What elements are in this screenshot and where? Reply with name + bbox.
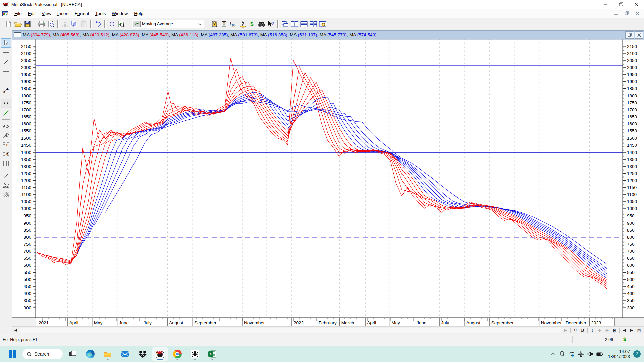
- indicator-combo[interactable]: Moving Average: [132, 20, 204, 28]
- zoom-chart-button[interactable]: [117, 20, 126, 28]
- menu-window[interactable]: Window: [109, 10, 131, 17]
- paste-button: [79, 20, 89, 28]
- svg-text:1950: 1950: [627, 72, 637, 77]
- child-close-button[interactable]: [633, 10, 642, 17]
- task-view-button[interactable]: [65, 347, 80, 361]
- toolbar-separator: [90, 20, 92, 28]
- legend-close-button[interactable]: [635, 31, 643, 39]
- window-options-button[interactable]: [318, 20, 327, 28]
- svg-text:900: 900: [23, 221, 31, 226]
- print-button[interactable]: [37, 20, 46, 28]
- start-button[interactable]: [5, 347, 20, 361]
- svg-text:1550: 1550: [627, 128, 637, 133]
- indicator-legend-bar[interactable]: MA (394.779), MA (405.568), MA (420.512)…: [12, 30, 644, 39]
- dropbox-taskbar-button[interactable]: [135, 347, 150, 361]
- svg-text:500: 500: [627, 277, 635, 282]
- crosshair-button[interactable]: [107, 20, 117, 28]
- save-file-button[interactable]: [23, 20, 32, 28]
- ma-legend: MA (394.779), MA (405.568), MA (420.512)…: [23, 32, 376, 37]
- svg-text:December: December: [566, 320, 587, 325]
- battery-icon[interactable]: [595, 350, 604, 358]
- edge-taskbar-button[interactable]: [83, 347, 98, 361]
- main-toolbar: Moving Averagef(x)$?: [0, 18, 644, 30]
- page-right-button[interactable]: ▶: [628, 327, 635, 334]
- mail-taskbar-button[interactable]: [117, 347, 133, 361]
- menu-format[interactable]: Format: [72, 10, 92, 17]
- context-help-button[interactable]: ?: [266, 20, 276, 28]
- restore-button[interactable]: [613, 0, 629, 9]
- system-tester-button[interactable]: [238, 20, 248, 28]
- menu-file[interactable]: File: [11, 10, 25, 17]
- menu-edit[interactable]: Edit: [25, 10, 39, 17]
- cascade-windows-button[interactable]: [280, 20, 290, 28]
- svg-text:1100: 1100: [21, 192, 31, 197]
- child-restore-button[interactable]: [622, 10, 631, 17]
- notification-badge[interactable]: 2: [633, 350, 641, 358]
- screen: MS MetaStock Professional - [NURECA] Fil…: [0, 0, 644, 362]
- spider-app-taskbar-button[interactable]: [187, 347, 203, 361]
- ma-label: MA: [260, 32, 268, 37]
- tile-horizontal-button[interactable]: [299, 20, 309, 28]
- taskbar-clock[interactable]: 14:07 18/01/2023: [608, 349, 630, 359]
- menu-help[interactable]: Help: [131, 10, 146, 17]
- svg-text:1400: 1400: [627, 150, 637, 155]
- child-minimize-button[interactable]: [611, 10, 621, 17]
- airplane-icon[interactable]: [577, 350, 585, 358]
- security-lock-button[interactable]: [210, 20, 219, 28]
- price-chart[interactable]: 3003003503504004004504505005005505506006…: [0, 39, 644, 326]
- menu-view[interactable]: View: [39, 10, 54, 17]
- scroll-left-button[interactable]: ◀: [12, 327, 19, 334]
- menu-insert[interactable]: Insert: [54, 10, 72, 17]
- new-file-button[interactable]: [4, 20, 13, 28]
- page-left-button[interactable]: ◀: [621, 327, 628, 334]
- zoom-chart-icon: [118, 20, 125, 28]
- expert-advisor-button[interactable]: [219, 20, 229, 28]
- save-file-icon: [24, 20, 31, 28]
- refresh-button[interactable]: ↻: [572, 327, 579, 334]
- svg-text:700: 700: [627, 249, 635, 254]
- zoom-in-button[interactable]: ⊕: [611, 327, 618, 334]
- mail-icon: [121, 350, 129, 358]
- undo-button[interactable]: [93, 20, 103, 28]
- legend-restore-button[interactable]: [625, 31, 634, 39]
- usb-icon[interactable]: [558, 350, 567, 358]
- ma-value: (405.568): [60, 32, 80, 37]
- chevron-down-icon[interactable]: [198, 21, 202, 27]
- scrollbar-track[interactable]: [20, 328, 561, 333]
- print-preview-button[interactable]: [46, 20, 56, 28]
- svg-text:$: $: [250, 21, 254, 27]
- close-button[interactable]: [629, 0, 644, 9]
- scrollbar-separator: [587, 328, 588, 333]
- volume-icon[interactable]: [586, 350, 595, 358]
- chevron-up-icon[interactable]: [548, 350, 557, 358]
- indicator-builder-button[interactable]: f(x): [229, 20, 238, 28]
- svg-text:650: 650: [23, 256, 31, 261]
- toolbar-separator: [277, 20, 279, 28]
- minimize-button[interactable]: [598, 0, 613, 9]
- svg-text:August: August: [169, 320, 183, 325]
- crosshair-icon: [108, 20, 116, 28]
- svg-text:July: July: [441, 320, 449, 325]
- data-window-button[interactable]: ▤: [635, 327, 643, 334]
- window-title: MetaStock Professional - [NURECA]: [11, 2, 82, 7]
- chrome-taskbar-button[interactable]: [170, 347, 185, 361]
- explorer-binoculars-button[interactable]: [257, 20, 266, 28]
- metastock-taskbar-button[interactable]: MS: [152, 347, 168, 361]
- copy-button[interactable]: [70, 20, 79, 28]
- file-explorer-taskbar-button[interactable]: [100, 347, 115, 361]
- open-file-button[interactable]: [13, 20, 23, 28]
- svg-text:1650: 1650: [627, 114, 637, 119]
- ma-value: (531.107): [298, 32, 317, 37]
- tile-vertical-button[interactable]: [290, 20, 299, 28]
- fit-vertical-button[interactable]: ↕: [589, 327, 596, 334]
- excel-taskbar-button[interactable]: X: [205, 347, 220, 361]
- svg-text:1300: 1300: [21, 164, 31, 169]
- tile-grid-button[interactable]: [309, 20, 318, 28]
- svg-text:1800: 1800: [21, 93, 31, 98]
- securities-dollar-button[interactable]: $: [248, 20, 257, 28]
- sync-icon[interactable]: [567, 350, 576, 358]
- svg-text:1150: 1150: [627, 185, 637, 190]
- periodicity-daily-button[interactable]: D: [579, 327, 586, 334]
- search-box[interactable]: Search: [22, 349, 63, 359]
- menu-tools[interactable]: Tools: [92, 10, 109, 17]
